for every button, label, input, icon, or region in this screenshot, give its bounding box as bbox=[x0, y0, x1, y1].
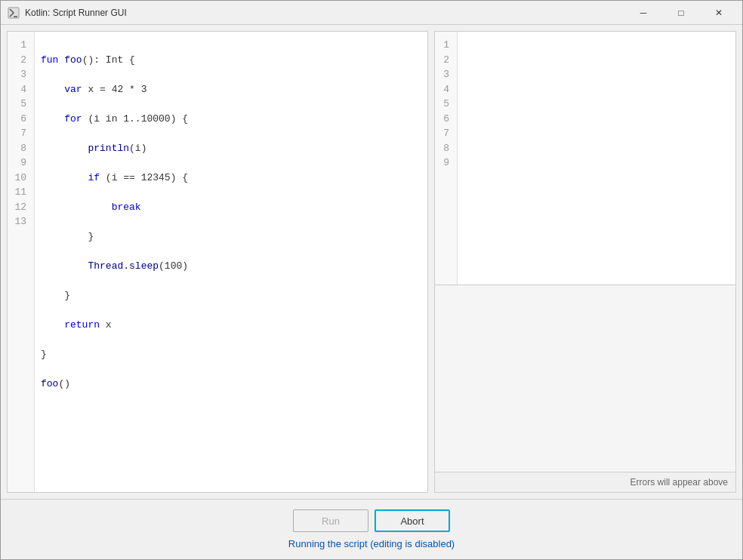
maximize-button[interactable]: □ bbox=[664, 2, 698, 24]
window-title: Kotlin: Script Runner GUI bbox=[25, 8, 626, 18]
output-line-numbers: 1 2 3 4 5 6 7 8 9 bbox=[435, 32, 458, 285]
titlebar: Kotlin: Script Runner GUI ─ □ ✕ bbox=[1, 1, 742, 25]
minimize-button[interactable]: ─ bbox=[626, 2, 661, 24]
code-editor[interactable]: fun foo(): Int { var x = 42 * 3 for (i i… bbox=[35, 32, 427, 492]
bottom-bar: Run Abort Running the script (editing is… bbox=[1, 499, 742, 559]
app-icon bbox=[7, 6, 20, 20]
error-panel: Errors will appear above bbox=[434, 285, 736, 493]
window-controls: ─ □ ✕ bbox=[626, 2, 736, 24]
output-content bbox=[458, 32, 735, 285]
editor-line-numbers: 1 2 3 4 5 6 7 8 9 10 11 12 13 bbox=[8, 32, 35, 492]
run-button[interactable]: Run bbox=[293, 509, 368, 532]
error-label: Errors will appear above bbox=[435, 472, 735, 492]
status-text: Running the script (editing is disabled) bbox=[288, 538, 455, 549]
error-content bbox=[435, 285, 735, 472]
abort-button[interactable]: Abort bbox=[375, 509, 450, 532]
main-window: Kotlin: Script Runner GUI ─ □ ✕ 1 2 3 4 … bbox=[0, 0, 743, 560]
right-panel: 1 2 3 4 5 6 7 8 9 Errors will appear abo… bbox=[434, 31, 736, 493]
main-content: 1 2 3 4 5 6 7 8 9 10 11 12 13 fun foo():… bbox=[1, 25, 742, 499]
close-button[interactable]: ✕ bbox=[701, 2, 736, 24]
output-panel: 1 2 3 4 5 6 7 8 9 bbox=[434, 31, 736, 285]
button-row: Run Abort bbox=[293, 509, 450, 532]
editor-panel: 1 2 3 4 5 6 7 8 9 10 11 12 13 fun foo():… bbox=[7, 31, 428, 493]
